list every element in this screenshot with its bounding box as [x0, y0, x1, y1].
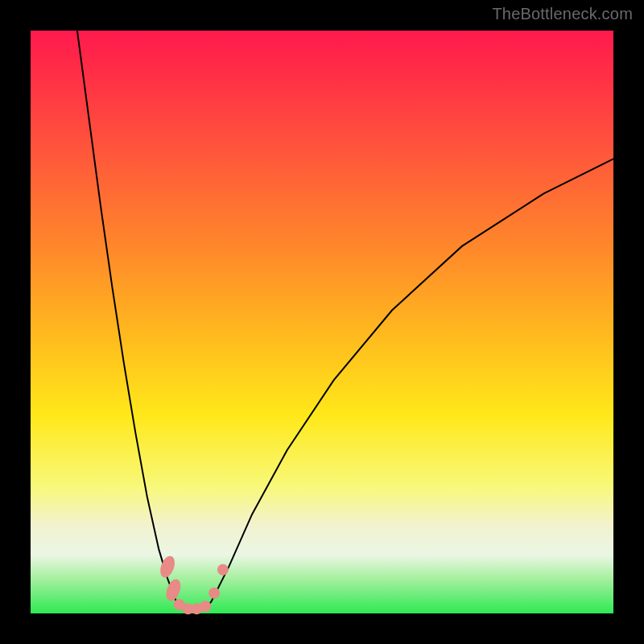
chart-frame: TheBottleneck.com	[0, 0, 644, 644]
marker-layer	[158, 554, 229, 614]
curve-marker	[200, 601, 211, 612]
bottleneck-curve	[31, 31, 613, 613]
curve-marker	[163, 577, 184, 603]
curve-path	[77, 31, 613, 610]
plot-area	[31, 31, 613, 613]
curve-marker	[208, 588, 220, 599]
curve-marker	[217, 564, 229, 576]
watermark-text: TheBottleneck.com	[492, 5, 633, 23]
